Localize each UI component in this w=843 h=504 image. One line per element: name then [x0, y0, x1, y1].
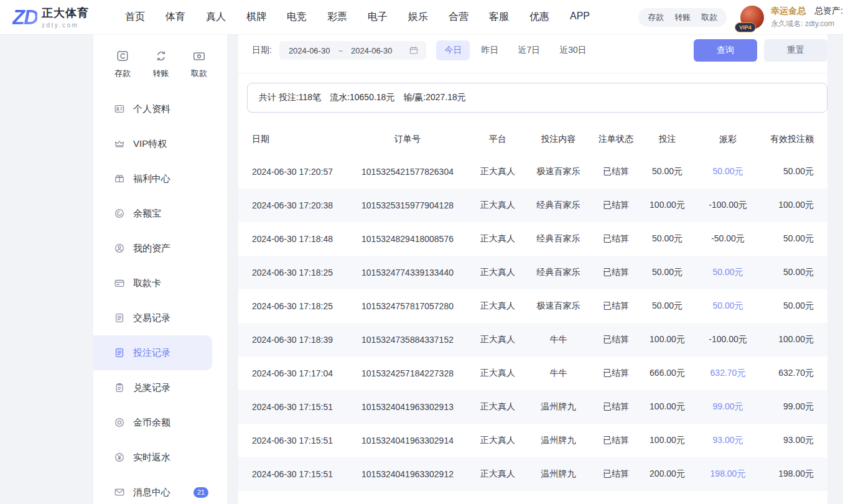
sidebar-item-my-assets[interactable]: 我的资产	[93, 231, 227, 266]
cell-valid-bet: 198.00元	[762, 469, 814, 480]
table-row[interactable]: 2024-06-30 17:18:251015324774339133440正大…	[238, 256, 827, 289]
sidebar-item-welfare-center[interactable]: 福利中心	[93, 161, 227, 196]
cell-platform: 正大真人	[470, 435, 526, 446]
cell-valid-bet: 100.00元	[762, 200, 814, 211]
profile-label: 个人资料	[133, 103, 170, 115]
message-center-label: 消息中心	[133, 487, 170, 498]
cell-bet-amount: 50.00元	[641, 166, 694, 177]
rebate-label: 实时返水	[133, 452, 170, 464]
nav-item-app[interactable]: APP	[570, 11, 590, 24]
main-nav: 首页体育真人棋牌电竞彩票电子娱乐合营客服优惠APP	[125, 11, 590, 24]
search-button[interactable]: 查询	[694, 39, 757, 62]
logo-text: 正大体育 zdty.com	[42, 6, 89, 29]
summary-text: 共计 投注:118笔 流水:10650.18元 输/赢:2027.18元	[259, 92, 466, 103]
doc-icon	[114, 347, 125, 358]
cell-platform: 正大真人	[470, 233, 526, 245]
sidebar-item-withdraw-card[interactable]: 取款卡	[93, 266, 227, 301]
person-circle-icon	[114, 243, 125, 254]
table-row[interactable]: 2024-06-30 17:18:391015324735884337152正大…	[238, 323, 827, 357]
date-range-picker[interactable]: 2024-06-30 ~ 2024-06-30	[279, 41, 427, 60]
wallet-deposit-button[interactable]: 存款	[648, 12, 664, 23]
range-yesterday-button[interactable]: 昨日	[473, 40, 506, 60]
sidebar-menu: 个人资料VIP特权福利中心余额宝我的资产取款卡交易记录投注记录兑奖记录金币余额实…	[93, 91, 227, 504]
nav-item-slots[interactable]: 电子	[368, 11, 388, 24]
table-row[interactable]: 2024-06-30 17:18:481015324829418008576正大…	[238, 222, 827, 256]
date-from[interactable]: 2024-06-30	[289, 46, 330, 55]
transaction-records-label: 交易记录	[133, 312, 170, 324]
sidebar-item-coin-balance[interactable]: 金币余额	[93, 405, 227, 440]
nav-item-alliance[interactable]: 合营	[449, 11, 468, 24]
cell-bet-content: 牛牛	[526, 368, 591, 379]
cell-status: 已结算	[591, 233, 641, 245]
sidebar-item-profile[interactable]: 个人资料	[93, 91, 227, 126]
quick-action-transfer[interactable]: 转账	[153, 49, 169, 79]
sidebar-item-rebate[interactable]: 实时返水	[93, 440, 227, 475]
table-row[interactable]: 2024-06-30 17:18:251015324757817057280正大…	[238, 289, 827, 323]
nav-item-lottery[interactable]: 彩票	[327, 11, 347, 24]
calendar-icon[interactable]	[409, 45, 419, 55]
cell-valid-bet: 50.00元	[762, 233, 814, 245]
table-body: 2024-06-30 17:20:571015325421577826304正大…	[238, 155, 827, 491]
table-header: 日期订单号平台投注内容注单状态投注派彩有效投注额	[238, 124, 827, 155]
sidebar-item-yuebao[interactable]: 余额宝	[93, 196, 227, 231]
cell-platform: 正大真人	[470, 334, 526, 345]
nav-item-chess[interactable]: 棋牌	[246, 11, 266, 24]
transfer-icon	[154, 49, 168, 63]
wallet-withdraw-button[interactable]: 取款	[701, 12, 717, 23]
column-header-order-no: 订单号	[345, 134, 470, 145]
cell-valid-bet: 50.00元	[762, 301, 814, 312]
date-label: 日期:	[252, 45, 272, 56]
sidebar: 存款转账取款 个人资料VIP特权福利中心余额宝我的资产取款卡交易记录投注记录兑奖…	[93, 34, 227, 504]
table-row[interactable]: 2024-06-30 17:15:511015324041963302912正大…	[238, 457, 827, 491]
table-row[interactable]: 2024-06-30 17:15:511015324041963302913正大…	[238, 390, 827, 424]
nav-item-esports[interactable]: 电竞	[287, 11, 307, 24]
brand-domain: zdty.com	[42, 22, 89, 29]
unread-count-badge: 21	[193, 487, 208, 498]
table-row[interactable]: 2024-06-30 17:15:511015324041963302914正大…	[238, 424, 827, 457]
cell-status: 已结算	[591, 435, 641, 446]
table-row[interactable]: 2024-06-30 17:20:571015325421577826304正大…	[238, 155, 827, 189]
column-header-bet-amount: 投注	[641, 134, 694, 145]
quick-action-withdraw[interactable]: 取款	[191, 49, 207, 79]
cell-date: 2024-06-30 17:15:51	[252, 469, 345, 479]
yuebao-label: 余额宝	[133, 208, 161, 220]
table-row[interactable]: 2024-06-30 17:20:381015325315977904128正大…	[238, 189, 827, 222]
date-to[interactable]: 2024-06-30	[351, 46, 393, 55]
nav-item-entertainment[interactable]: 娱乐	[408, 11, 428, 24]
withdraw-label: 取款	[191, 68, 207, 79]
nav-item-home[interactable]: 首页	[125, 11, 145, 24]
quick-range-group: 今日昨日近7日近30日	[436, 40, 594, 60]
nav-item-live-casino[interactable]: 真人	[206, 11, 226, 24]
range-last-7-days-button[interactable]: 近7日	[510, 40, 548, 60]
column-header-valid-bet: 有效投注额	[762, 134, 814, 145]
table-row[interactable]: 2024-06-30 17:17:041015324257184227328正大…	[238, 357, 827, 390]
column-header-platform: 平台	[470, 134, 526, 145]
nav-item-promotions[interactable]: 优惠	[529, 11, 549, 24]
cell-order-no: 1015324041963302913	[345, 402, 470, 412]
range-last-30-days-button[interactable]: 近30日	[551, 40, 595, 60]
coin-balance-label: 金币余额	[133, 417, 170, 429]
deposit-label: 存款	[114, 68, 131, 79]
range-today-button[interactable]: 今日	[436, 40, 470, 60]
quick-action-deposit[interactable]: 存款	[114, 49, 131, 79]
sidebar-item-message-center[interactable]: 消息中心21	[93, 475, 227, 504]
cell-payout: 50.00元	[694, 166, 762, 177]
nav-item-service[interactable]: 客服	[489, 11, 509, 24]
sidebar-quick-actions: 存款转账取款	[93, 34, 227, 83]
sidebar-item-bet-records[interactable]: 投注记录	[93, 335, 212, 370]
sidebar-item-prize-records[interactable]: 兑奖记录	[93, 370, 227, 405]
column-header-payout: 派彩	[694, 134, 762, 145]
reset-button[interactable]: 重置	[764, 39, 827, 62]
sidebar-item-vip-privilege[interactable]: VIP特权	[93, 126, 227, 161]
date-separator: ~	[338, 46, 343, 55]
cell-bet-amount: 100.00元	[641, 435, 694, 446]
wallet-transfer-button[interactable]: 转账	[674, 12, 691, 23]
transfer-label: 转账	[153, 68, 169, 79]
nav-item-sports[interactable]: 体育	[165, 11, 185, 24]
welfare-center-label: 福利中心	[133, 173, 170, 185]
avatar[interactable]: VIP4	[740, 6, 764, 29]
sidebar-item-transaction-records[interactable]: 交易记录	[93, 301, 227, 335]
logo[interactable]: ZD 正大体育 zdty.com	[12, 6, 89, 29]
cell-bet-amount: 50.00元	[641, 233, 694, 245]
cell-bet-content: 极速百家乐	[526, 301, 591, 312]
